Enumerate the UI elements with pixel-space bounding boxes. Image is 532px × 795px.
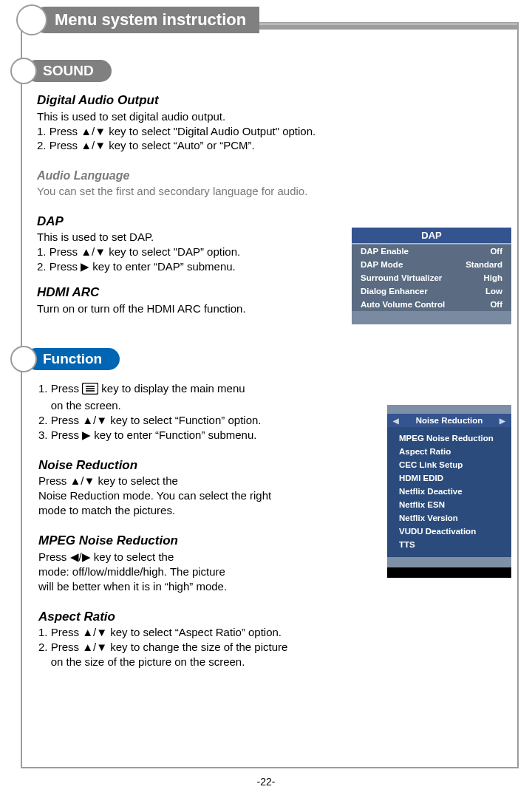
- function-step2: 2. Press ▲/▼ key to select “Function” op…: [38, 413, 356, 428]
- function-osd-item[interactable]: MPEG Noise Reduction: [399, 431, 511, 445]
- aspect-ratio-l2: 2. Press ▲/▼ key to change the size of t…: [38, 640, 356, 655]
- dap-osd-value: Low: [485, 287, 502, 296]
- right-arrow-icon[interactable]: ▶: [499, 417, 505, 425]
- function-step1-cont: on the screen.: [38, 398, 356, 413]
- dap-osd-label: DAP Enable: [361, 247, 409, 256]
- title-circle-icon: [16, 4, 47, 35]
- mpeg-nr-l2: mode: off/low/middle/high. The picture: [38, 564, 356, 579]
- dap-osd-value: High: [483, 273, 502, 282]
- section-sound-label: SOUND: [25, 60, 112, 82]
- noise-reduction-l1: Press ▲/▼ key to select the: [38, 474, 356, 488]
- dap-osd-label: Auto Volume Control: [361, 300, 445, 309]
- digital-audio-output-step2: 2. Press ▲/▼ key to select “Auto” or “PC…: [37, 138, 510, 153]
- updown-icon: ▲/▼: [70, 474, 95, 487]
- updown-icon: ▲/▼: [81, 139, 106, 151]
- mpeg-nr-l3: will be better when it is in “high” mode…: [38, 579, 356, 594]
- aspect-ratio-title: Aspect Ratio: [38, 609, 356, 626]
- dap-osd-row[interactable]: Auto Volume Control Off: [352, 298, 511, 311]
- section-sound-tab: SOUND: [10, 58, 112, 84]
- audio-language-title: Audio Language: [37, 168, 510, 183]
- right-icon: ▶: [82, 429, 91, 441]
- function-osd-item[interactable]: TTS: [399, 538, 511, 551]
- dap-osd-value: Standard: [466, 260, 502, 269]
- section-function-label: Function: [25, 348, 120, 370]
- dap-osd-value: Off: [490, 300, 502, 309]
- aspect-ratio-l3: on the size of the picture on the screen…: [38, 655, 356, 669]
- noise-reduction-l2: Noise Reduction mode. You can select the…: [38, 488, 356, 503]
- updown-icon: ▲/▼: [81, 125, 106, 137]
- function-osd-item[interactable]: Netflix ESN: [399, 498, 511, 511]
- function-step1: 1. Press key to display the main menu: [38, 381, 356, 398]
- dap-osd-label: Surround Virtualizer: [361, 273, 442, 282]
- dap-osd-header: DAP: [352, 228, 511, 243]
- function-osd-item[interactable]: Netflix Deactive: [399, 485, 511, 498]
- noise-reduction-title: Noise Reduction: [38, 457, 356, 474]
- digital-audio-output-step1: 1. Press ▲/▼ key to select "Digital Audi…: [37, 124, 510, 139]
- dap-osd-row[interactable]: DAP Enable Off: [352, 245, 511, 258]
- main-title-tab: Menu system instruction: [16, 4, 259, 35]
- dap-osd-row[interactable]: DAP Mode Standard: [352, 258, 511, 271]
- right-icon: ▶: [81, 260, 89, 273]
- digital-audio-output-desc: This is used to set digital audio output…: [37, 109, 510, 124]
- updown-icon: ▲/▼: [81, 245, 106, 258]
- digital-audio-output-title: Digital Audio Output: [37, 92, 510, 109]
- noise-reduction-l3: mode to match the pictures.: [38, 503, 356, 518]
- function-osd-header-row[interactable]: ◀ Noise Reduction ▶: [387, 414, 511, 427]
- leftright-icon: ◀/▶: [70, 550, 91, 563]
- updown-icon: ▲/▼: [82, 414, 107, 426]
- section-circle-icon: [10, 58, 37, 84]
- dap-osd-label: Dialog Enhancer: [361, 287, 428, 296]
- updown-icon: ▲/▼: [82, 626, 107, 638]
- dap-osd-row[interactable]: Dialog Enhancer Low: [352, 284, 511, 298]
- dap-osd-value: Off: [490, 247, 502, 256]
- mpeg-nr-l1: Press ◀/▶ key to select the: [38, 550, 356, 564]
- section-function-tab: Function: [10, 346, 120, 372]
- function-step3: 3. Press ▶ key to enter “Function” subme…: [38, 428, 356, 443]
- mpeg-nr-title: MPEG Noise Reduction: [38, 533, 356, 550]
- left-arrow-icon[interactable]: ◀: [393, 417, 399, 425]
- function-osd-item[interactable]: VUDU Deactivation: [399, 525, 511, 538]
- function-osd-item[interactable]: Aspect Ratio: [399, 445, 511, 458]
- page-title: Menu system instruction: [33, 7, 259, 33]
- dap-osd-panel: DAP DAP Enable Off DAP Mode Standard Sur…: [352, 228, 511, 324]
- page-number: -22-: [0, 776, 532, 788]
- function-osd-panel: ◀ Noise Reduction ▶ MPEG Noise Reduction…: [387, 405, 511, 578]
- aspect-ratio-l1: 1. Press ▲/▼ key to select “Aspect Ratio…: [38, 625, 356, 640]
- audio-language-desc: You can set the first and secondary lang…: [37, 184, 510, 199]
- function-osd-item[interactable]: Netflix Version: [399, 511, 511, 525]
- function-osd-item[interactable]: CEC Link Setup: [399, 458, 511, 471]
- title-rule: [236, 24, 519, 30]
- function-osd-header: Noise Reduction: [416, 416, 483, 425]
- dap-osd-row[interactable]: Surround Virtualizer High: [352, 271, 511, 284]
- section-circle-icon: [10, 346, 37, 372]
- dap-osd-label: DAP Mode: [361, 260, 403, 269]
- updown-icon: ▲/▼: [82, 641, 107, 653]
- function-osd-item[interactable]: HDMI EDID: [399, 471, 511, 485]
- menu-icon: [82, 383, 98, 398]
